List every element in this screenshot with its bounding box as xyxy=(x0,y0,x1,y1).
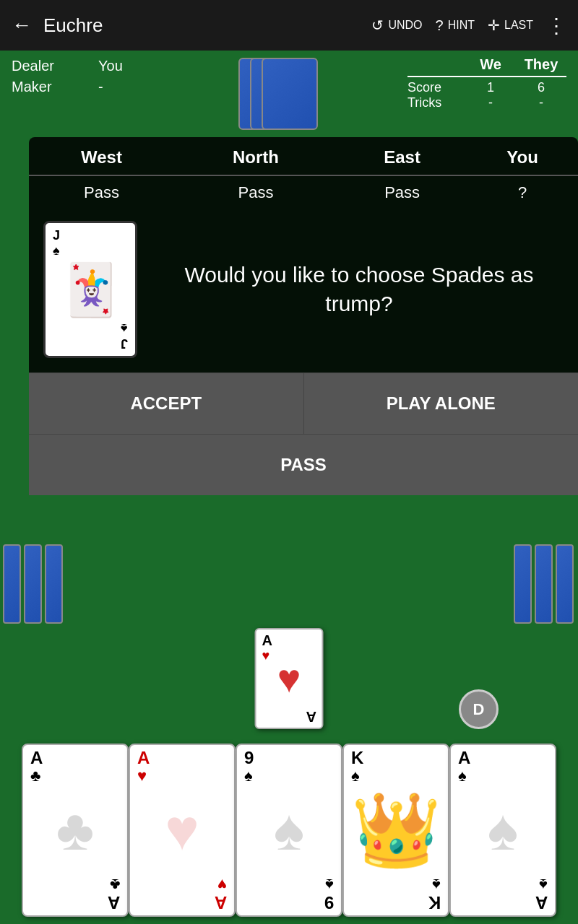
card0-suit: ♣ xyxy=(30,768,40,784)
card2-suit-bottom: ♠ xyxy=(325,876,334,892)
they-header: They xyxy=(516,56,566,73)
card0-rank-bottom: A xyxy=(108,894,120,911)
left-card-3 xyxy=(45,544,63,624)
you-bid: ? xyxy=(467,175,578,209)
accept-button[interactable]: ACCEPT xyxy=(29,373,304,434)
card-back-3 xyxy=(262,58,318,130)
card1-suit: ♥ xyxy=(137,768,147,784)
modal-buttons: ACCEPT PLAY ALONE xyxy=(29,372,578,434)
king-figure-area: 👑 xyxy=(344,772,448,888)
dealer-chip: D xyxy=(459,689,499,729)
right-edge-cards xyxy=(511,541,578,627)
maker-value: - xyxy=(98,79,103,95)
card2-rank-bottom: 9 xyxy=(324,894,334,911)
hand-card-2[interactable]: 9 ♠ ♠ 9 ♠ xyxy=(236,744,342,917)
dealer-value: You xyxy=(98,58,123,74)
hint-button[interactable]: ? HINT xyxy=(436,17,475,34)
modal-content: J ♠ 🃏 J ♠ Would you like to choose Spade… xyxy=(29,209,578,372)
score-table: We They Score 1 6 Tricks - - xyxy=(407,56,566,110)
top-bar: ← Euchre ↺ UNDO ? HINT ✛ LAST ⋮ xyxy=(0,0,578,51)
hand-card-1[interactable]: A ♥ ♥ A ♥ xyxy=(129,744,236,917)
card1-rank-bottom: A xyxy=(215,894,227,911)
tricks-row: Tricks - - xyxy=(407,95,566,110)
hand-card-4[interactable]: A ♠ ♠ A ♠ xyxy=(449,744,556,917)
left-edge-cards xyxy=(0,541,67,627)
card-back-stack xyxy=(238,58,311,130)
score-row-label: Score xyxy=(407,80,465,95)
card0-rank: A xyxy=(30,749,43,767)
modal-message: Would you like to choose Spades as trump… xyxy=(155,261,564,319)
hint-label: HINT xyxy=(448,19,475,32)
score-row: Score 1 6 xyxy=(407,80,566,95)
table-center-area: A ♥ ♥ A xyxy=(255,628,324,729)
table-card-rank-bottom: A xyxy=(306,708,316,725)
they-score: 6 xyxy=(516,80,566,95)
card4-center: ♠ xyxy=(488,797,519,863)
dealer-info: Dealer You Maker - xyxy=(12,58,156,95)
table-card-center: ♥ xyxy=(277,655,301,702)
jack-suit-bottom: ♠ xyxy=(121,321,128,336)
east-bid: Pass xyxy=(337,175,467,209)
hand-card-3[interactable]: K ♠ 👑 K ♠ xyxy=(342,744,449,917)
score-header: We They xyxy=(407,56,566,77)
modal-overlay: West North East You Pass Pass Pass ? J ♠… xyxy=(29,137,578,495)
bid-table: West North East You Pass Pass Pass ? xyxy=(29,137,578,209)
back-button[interactable]: ← xyxy=(12,14,32,37)
bid-row: Pass Pass Pass ? xyxy=(29,175,578,209)
king-figure: 👑 xyxy=(351,788,441,873)
jack-rank-bottom: J xyxy=(121,337,128,350)
we-tricks: - xyxy=(465,95,516,110)
we-header: We xyxy=(465,56,516,73)
hint-icon: ? xyxy=(436,17,444,34)
jack-rank-top: J xyxy=(53,229,60,242)
top-cards-area xyxy=(202,54,347,134)
hand-card-0[interactable]: A ♣ ♣ A ♣ xyxy=(22,744,129,917)
card3-rank: K xyxy=(351,749,363,767)
maker-row: Maker - xyxy=(12,79,156,95)
north-bid: Pass xyxy=(174,175,337,209)
card3-suit-bottom: ♠ xyxy=(432,876,441,892)
play-alone-button[interactable]: PLAY ALONE xyxy=(304,373,579,434)
last-button[interactable]: ✛ LAST xyxy=(488,17,533,34)
tricks-label: Tricks xyxy=(407,95,465,110)
score-area: Dealer You Maker - We They Score 1 6 Tri… xyxy=(0,51,578,137)
table-card: A ♥ ♥ A xyxy=(255,628,324,729)
they-tricks: - xyxy=(516,95,566,110)
jack-suit-top: ♠ xyxy=(53,243,60,258)
maker-label: Maker xyxy=(12,79,69,95)
col-east: East xyxy=(337,137,467,175)
top-actions: ↺ UNDO ? HINT ✛ LAST ⋮ xyxy=(371,14,566,38)
card4-suit-bottom: ♠ xyxy=(539,876,548,892)
col-you: You xyxy=(467,137,578,175)
card2-center: ♠ xyxy=(274,797,305,863)
col-north: North xyxy=(174,137,337,175)
left-card-2 xyxy=(24,544,42,624)
we-score: 1 xyxy=(465,80,516,95)
table-card-rank: A xyxy=(262,632,272,649)
card4-suit: ♠ xyxy=(458,768,467,784)
undo-button[interactable]: ↺ UNDO xyxy=(371,17,422,34)
dealer-row: Dealer You xyxy=(12,58,156,74)
more-button[interactable]: ⋮ xyxy=(546,14,566,38)
pass-button[interactable]: PASS xyxy=(29,434,578,495)
card2-suit: ♠ xyxy=(244,768,253,784)
card3-rank-bottom: K xyxy=(428,894,441,911)
right-card-1 xyxy=(514,544,532,624)
table-card-suit: ♥ xyxy=(262,648,270,663)
right-card-2 xyxy=(535,544,553,624)
trump-card: J ♠ 🃏 J ♠ xyxy=(43,221,137,358)
undo-label: UNDO xyxy=(388,19,422,32)
hand-cards: A ♣ ♣ A ♣ A ♥ ♥ A ♥ 9 ♠ ♠ 9 ♠ K ♠ 👑 K ♠ … xyxy=(0,722,578,924)
dealer-label: Dealer xyxy=(12,58,69,74)
col-west: West xyxy=(29,137,174,175)
card0-suit-bottom: ♣ xyxy=(110,876,120,892)
jack-figure: 🃏 xyxy=(59,260,122,319)
undo-icon: ↺ xyxy=(371,17,384,34)
card1-suit-bottom: ♥ xyxy=(217,876,227,892)
jack-card-inner: J ♠ 🃏 J ♠ xyxy=(50,227,131,352)
west-bid: Pass xyxy=(29,175,174,209)
app-title: Euchre xyxy=(43,14,371,37)
card1-rank: A xyxy=(137,749,150,767)
last-label: LAST xyxy=(504,19,533,32)
card2-rank: 9 xyxy=(244,749,254,767)
